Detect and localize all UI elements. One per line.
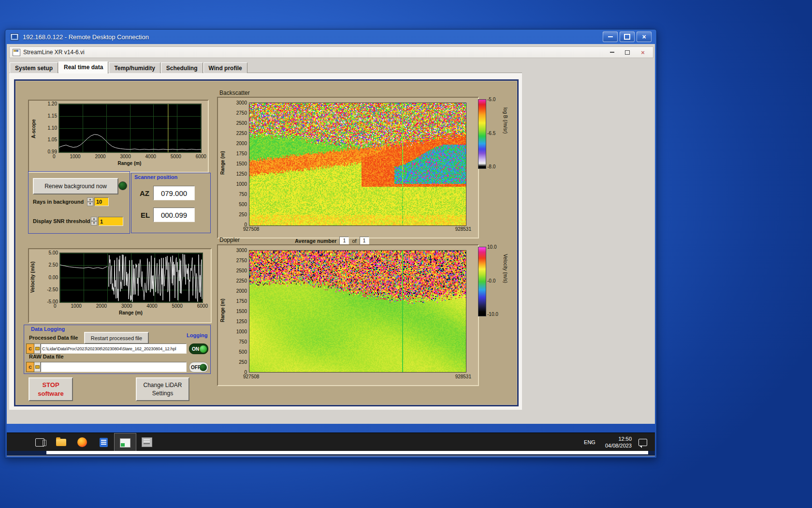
tab-scheduling[interactable]: Scheduling <box>161 62 203 73</box>
restart-processed-file-button[interactable]: Restart processed file <box>84 332 149 344</box>
firefox-button[interactable] <box>72 433 93 451</box>
rdp-minimize-button[interactable] <box>603 31 618 42</box>
clock-time: 12:50 <box>605 435 632 442</box>
minimize-icon <box>610 52 614 53</box>
backscatter-title: Backscatter <box>219 90 250 96</box>
spinner-down-icon[interactable]: ▼ <box>87 202 93 206</box>
tick-label: 750 <box>239 192 247 197</box>
average-number-row: Average number 1 of 1 <box>295 237 369 245</box>
file-explorer-button[interactable] <box>50 433 72 451</box>
ascope-y-ticks: 1.201.151.101.050.99 <box>41 101 57 154</box>
app-restore-button[interactable] <box>620 48 635 57</box>
tick-label: 2000 <box>96 303 107 309</box>
scanner-position-group: Scanner position AZ 079.000 EL 000.099 <box>131 173 211 233</box>
clock[interactable]: 12:50 04/08/2023 <box>605 435 632 449</box>
document-app-button[interactable] <box>93 433 114 451</box>
computer-icon <box>10 33 19 41</box>
rays-value-field[interactable]: 10 <box>94 197 109 206</box>
toggle-knob <box>200 364 207 371</box>
average-total-field[interactable]: 1 <box>360 237 369 245</box>
raw-path-field[interactable] <box>41 362 187 372</box>
tick-label: 1750 <box>236 299 247 304</box>
tick-label: 250 <box>239 212 247 217</box>
change-lidar-settings-button[interactable]: Change LiDAR Settings <box>136 377 189 401</box>
toggle-knob <box>200 345 207 353</box>
colorbar-tick: -5.0 <box>487 97 504 102</box>
task-view-button[interactable] <box>29 433 50 451</box>
rdp-close-button[interactable]: × <box>637 31 652 42</box>
spinner-up-icon[interactable]: ▲ <box>87 197 93 202</box>
spinner-down-icon[interactable]: ▼ <box>91 221 97 225</box>
colorbar-tick: -6.5 <box>487 131 504 136</box>
renew-background-button[interactable]: Renew background now <box>33 178 118 194</box>
raw-data-file-label: RAW Data file <box>29 354 64 359</box>
tick-label: 0 <box>54 303 57 309</box>
tick-label: 3000 <box>236 100 247 105</box>
tick-label: 5.00 <box>49 250 58 255</box>
processed-path-control: C C:\Lidar\Data\Proc\2023\202308\2023080… <box>26 344 187 353</box>
tick-label: 0 <box>53 154 56 159</box>
tick-label: 250 <box>239 359 247 365</box>
tab-bar: System setup Real time data Temp/humidit… <box>10 61 248 73</box>
tick-label: -2.50 <box>47 287 58 292</box>
folder-browse-icon[interactable] <box>34 344 41 354</box>
ascope-chart: A-scope 1.201.151.101.050.99 01000200030… <box>28 100 209 173</box>
tick-label: 1250 <box>236 171 247 177</box>
processed-path-field[interactable]: C:\Lidar\Data\Proc\2023\202308\20230804\… <box>41 344 187 354</box>
tab-wind-profile[interactable]: Wind profile <box>203 62 247 73</box>
task-view-icon <box>35 438 44 447</box>
colorbar-tick: -0.0 <box>487 278 504 284</box>
velocity-plot <box>59 253 203 303</box>
rays-spinner[interactable]: ▲▼ <box>87 197 93 206</box>
notification-icon[interactable] <box>638 439 647 446</box>
scan-app-button[interactable] <box>136 433 158 451</box>
average-number-field[interactable]: 1 <box>339 237 349 245</box>
snr-value-field[interactable]: 1 <box>98 217 123 226</box>
az-value-field[interactable]: 079.000 <box>153 186 195 200</box>
spinner-up-icon[interactable]: ▲ <box>91 217 97 221</box>
tick-label: 928531 <box>455 226 471 232</box>
backscatter-colorbar <box>478 99 486 169</box>
tick-label: 1.05 <box>48 137 57 142</box>
tick-label: 5000 <box>172 303 182 309</box>
ascope-plot <box>58 104 202 153</box>
tick-label: 1250 <box>236 319 247 324</box>
tab-real-time-data[interactable]: Real time data <box>58 61 108 74</box>
tick-label: 1000 <box>70 154 80 159</box>
tick-label: 1.10 <box>48 125 57 131</box>
rdp-titlebar[interactable]: 192.168.0.122 - Remote Desktop Connectio… <box>5 30 656 44</box>
raw-logging-toggle[interactable]: OFF <box>189 362 208 373</box>
el-value-field[interactable]: 000.099 <box>153 208 195 222</box>
app-close-button[interactable]: × <box>636 48 650 57</box>
of-label: of <box>352 238 356 244</box>
app-title: StreamLine XR v14-6.vi <box>23 49 604 56</box>
processed-logging-toggle[interactable]: ON <box>189 344 208 354</box>
maximize-icon <box>624 34 630 40</box>
doppler-plot <box>249 250 466 373</box>
rdp-maximize-button[interactable] <box>620 31 635 42</box>
language-indicator[interactable]: ENG <box>581 438 598 447</box>
folder-browse-icon[interactable] <box>34 362 41 372</box>
snr-spinner[interactable]: ▲▼ <box>91 217 97 225</box>
app-minimize-button[interactable] <box>605 48 619 57</box>
streamline-app-button[interactable] <box>114 433 136 452</box>
tab-system-setup[interactable]: System setup <box>10 62 58 73</box>
colorbar-tick: -8.0 <box>487 164 504 169</box>
tick-label: 500 <box>239 349 247 355</box>
tick-label: 4000 <box>145 154 156 159</box>
backscatter-plot <box>249 103 466 226</box>
tick-label: 2250 <box>236 131 247 136</box>
doppler-y-ticks: 3000275025002250200017501500125010007505… <box>229 248 247 375</box>
tick-label: 1000 <box>71 303 82 309</box>
doppler-colorbar <box>478 247 486 316</box>
stop-software-button[interactable]: STOP software <box>29 377 73 401</box>
tab-temp-humidity[interactable]: Temp/humidity <box>109 62 160 73</box>
main-panel: A-scope 1.201.151.101.050.99 01000200030… <box>14 79 519 406</box>
doppler-chart: Range (m) 300027502500225020001750150012… <box>217 244 479 386</box>
raw-drive-box[interactable]: C <box>26 362 34 372</box>
file-explorer-icon <box>56 439 66 446</box>
processed-drive-box[interactable]: C <box>26 344 34 354</box>
tick-label: 1750 <box>236 151 247 156</box>
app-titlebar[interactable]: StreamLine XR v14-6.vi × <box>9 46 653 58</box>
labview-app-icon <box>120 438 130 448</box>
